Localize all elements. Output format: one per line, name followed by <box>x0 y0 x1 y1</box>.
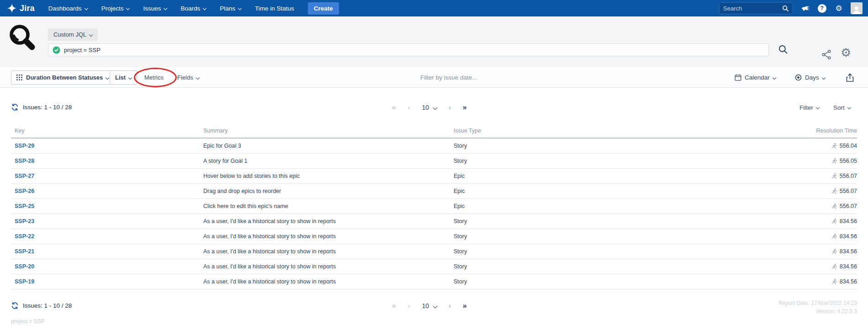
column-header-key[interactable]: Key <box>11 128 200 134</box>
nav-item-issues[interactable]: Issues <box>143 5 167 12</box>
time-unit-dropdown[interactable]: Days <box>795 70 825 85</box>
issue-summary: As a user, I'd like a historical story t… <box>200 278 450 285</box>
runner-icon <box>831 143 837 149</box>
run-query-search-icon[interactable] <box>778 44 789 55</box>
last-page-button[interactable]: » <box>463 302 467 310</box>
nav-right-group: ? ⚙ <box>719 2 863 14</box>
results-footer: Issues: 1 - 10 / 28 « ‹ 10 › » Report Da… <box>0 297 868 331</box>
jira-logo[interactable]: Jira <box>7 4 35 13</box>
settings-gear-icon[interactable]: ⚙ <box>834 3 844 13</box>
issue-type: Epic <box>450 173 757 179</box>
issue-key-link[interactable]: SSP-21 <box>15 248 34 255</box>
table-row: SSP-25 Click here to edit this epic's na… <box>11 199 857 214</box>
issue-key-link[interactable]: SSP-20 <box>15 263 34 270</box>
table-row: SSP-21 As a user, I'd like a historical … <box>11 244 857 259</box>
issue-summary: A story for Goal 1 <box>200 158 450 164</box>
column-header-resolution-time[interactable]: Resolution Time <box>757 128 857 134</box>
report-date: Report Date: 17/Mar/2022 14:23 <box>778 299 857 307</box>
nav-item-time-in-status[interactable]: Time in Status <box>255 5 294 12</box>
chevron-down-icon <box>164 6 167 10</box>
page-size-dropdown[interactable]: 10 <box>422 104 437 111</box>
table-row: SSP-22 As a user, I'd like a historical … <box>11 229 857 244</box>
column-header-issue-type[interactable]: Issue Type <box>450 128 757 134</box>
next-page-button[interactable]: › <box>449 302 451 310</box>
resolution-time-value: 834.56 <box>840 248 857 255</box>
issue-summary: As a user, I'd like a historical story t… <box>200 218 450 224</box>
jql-input-box[interactable] <box>48 43 769 56</box>
first-page-button[interactable]: « <box>392 302 396 310</box>
issue-type: Story <box>450 218 757 224</box>
issue-summary: As a user, I'd like a historical story t… <box>200 263 450 270</box>
chevron-down-icon <box>126 6 130 10</box>
jql-valid-check-icon <box>53 46 60 54</box>
resolution-time-value: 556.04 <box>840 143 857 149</box>
page-size-dropdown[interactable]: 10 <box>422 302 437 310</box>
runner-icon <box>831 248 837 255</box>
runner-icon <box>831 203 837 209</box>
tab-metrics[interactable]: Metrics <box>144 70 164 85</box>
issue-summary: Epic for Goal 3 <box>200 143 450 149</box>
table-row: SSP-26 Drag and drop epics to reorder Ep… <box>11 184 857 199</box>
sort-dropdown[interactable]: Sort <box>833 104 851 111</box>
resolution-time-value: 556.07 <box>840 188 857 194</box>
issue-key-link[interactable]: SSP-19 <box>15 278 34 285</box>
refresh-icon[interactable] <box>11 103 19 111</box>
nav-item-projects[interactable]: Projects <box>101 5 130 12</box>
help-icon[interactable]: ? <box>817 3 827 13</box>
chevron-down-icon <box>822 75 826 79</box>
resolution-time-value: 834.56 <box>840 263 857 270</box>
refresh-icon[interactable] <box>11 302 19 310</box>
prev-page-button[interactable]: ‹ <box>408 104 410 111</box>
nav-item-plans[interactable]: Plans <box>220 5 241 12</box>
resolution-time-value: 556.05 <box>840 158 857 164</box>
filter-dropdown[interactable]: Filter <box>799 104 819 111</box>
chevron-down-icon <box>773 75 776 79</box>
runner-icon <box>831 173 837 179</box>
issue-date-filter-input[interactable] <box>420 71 566 84</box>
calendar-icon <box>735 74 741 81</box>
issue-key-link[interactable]: SSP-23 <box>15 218 34 224</box>
last-page-button[interactable]: » <box>463 103 467 112</box>
issue-type: Story <box>450 248 757 255</box>
search-icon[interactable] <box>782 5 789 12</box>
nav-menu: Dashboards Projects Issues Boards Plans … <box>48 5 294 12</box>
top-navbar: Jira Dashboards Projects Issues Boards P… <box>0 0 868 16</box>
export-icon[interactable] <box>846 70 854 85</box>
issue-summary: Click here to edit this epic's name <box>200 203 450 209</box>
prev-page-button[interactable]: ‹ <box>408 302 410 310</box>
grid-icon <box>16 75 22 80</box>
report-type-dropdown[interactable]: Duration Between Statuses <box>11 70 114 85</box>
user-avatar[interactable] <box>851 2 863 14</box>
issue-key-link[interactable]: SSP-29 <box>15 143 34 149</box>
resolution-time-value: 834.56 <box>840 278 857 285</box>
unit-target-icon <box>795 74 802 81</box>
nav-item-dashboards[interactable]: Dashboards <box>48 5 88 12</box>
issue-key-link[interactable]: SSP-25 <box>15 203 34 209</box>
next-page-button[interactable]: › <box>449 104 451 111</box>
fields-dropdown[interactable]: Fields <box>177 70 199 85</box>
nav-item-boards[interactable]: Boards <box>180 5 206 12</box>
table-header-row: Key Summary Issue Type Resolution Time <box>11 123 857 139</box>
pagination: « ‹ 10 › » <box>392 302 467 310</box>
announcements-icon[interactable] <box>800 3 810 13</box>
issue-key-link[interactable]: SSP-22 <box>15 233 34 240</box>
runner-icon <box>831 218 837 224</box>
table-row: SSP-29 Epic for Goal 3 Story 556.04 <box>11 139 857 154</box>
issue-key-link[interactable]: SSP-28 <box>15 158 34 164</box>
chevron-down-icon <box>84 6 88 10</box>
calendar-dropdown[interactable]: Calendar <box>735 70 776 85</box>
first-page-button[interactable]: « <box>392 103 396 112</box>
nav-search-input[interactable] <box>723 5 782 12</box>
issue-key-link[interactable]: SSP-27 <box>15 173 34 179</box>
share-icon[interactable] <box>821 49 832 60</box>
create-button[interactable]: Create <box>308 2 339 15</box>
query-mode-dropdown[interactable]: Custom JQL <box>48 28 98 41</box>
report-toolbar: Duration Between Statuses List Metrics F… <box>0 67 868 88</box>
report-settings-gear-icon[interactable]: ⚙ <box>841 47 851 59</box>
jql-input[interactable] <box>64 47 764 53</box>
nav-search-box[interactable] <box>719 2 793 14</box>
view-dropdown[interactable]: List <box>110 70 137 85</box>
issue-key-link[interactable]: SSP-26 <box>15 188 34 194</box>
issue-type: Story <box>450 278 757 285</box>
column-header-summary[interactable]: Summary <box>200 128 450 134</box>
